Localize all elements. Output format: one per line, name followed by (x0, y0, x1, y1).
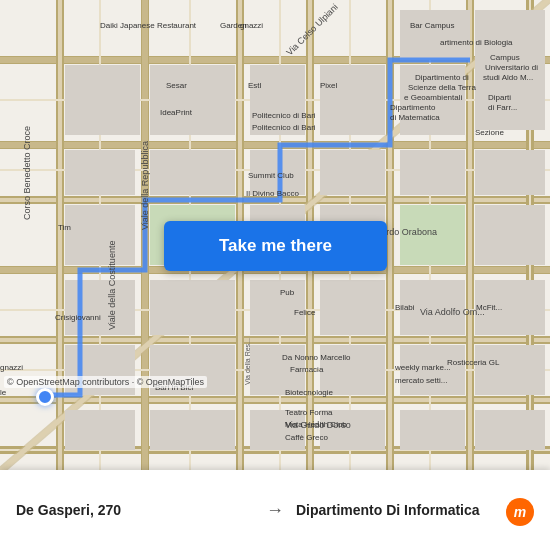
bottom-navigation-bar: De Gasperi, 270 → Dipartimento Di Inform… (0, 470, 550, 550)
svg-text:IdeaPrint: IdeaPrint (160, 108, 193, 117)
svg-text:Viale della Repubblica: Viale della Repubblica (140, 141, 150, 230)
svg-text:Universitario di: Universitario di (485, 63, 538, 72)
svg-rect-74 (400, 410, 465, 450)
svg-text:Da Nonno Marcello: Da Nonno Marcello (282, 353, 351, 362)
svg-rect-71 (150, 410, 235, 450)
svg-text:weekly marke...: weekly marke... (394, 363, 451, 372)
svg-rect-57 (475, 205, 545, 265)
from-section: De Gasperi, 270 (16, 502, 254, 518)
to-label: Dipartimento Di Informatica (296, 502, 534, 518)
svg-text:Sezione: Sezione (475, 128, 504, 137)
svg-rect-40 (150, 65, 235, 135)
svg-text:Estl: Estl (248, 81, 262, 90)
svg-text:Felice: Felice (294, 308, 316, 317)
svg-text:McFit...: McFit... (476, 303, 502, 312)
moovit-logo (506, 498, 534, 526)
svg-text:Farmacia: Farmacia (290, 365, 324, 374)
svg-text:Teatro Forma: Teatro Forma (285, 408, 333, 417)
svg-text:Viale della Costituente: Viale della Costituente (107, 241, 117, 330)
svg-text:di Matematica: di Matematica (390, 113, 440, 122)
svg-text:Summit Club: Summit Club (248, 171, 294, 180)
svg-text:Diparti: Diparti (488, 93, 511, 102)
svg-rect-46 (65, 150, 135, 195)
route-arrow: → (254, 500, 296, 521)
svg-text:artimento di Biologia: artimento di Biologia (440, 38, 513, 47)
from-label: De Gasperi, 270 (16, 502, 254, 518)
svg-text:Dipartimento di: Dipartimento di (415, 73, 469, 82)
svg-rect-61 (320, 280, 385, 335)
current-location-dot (36, 388, 54, 406)
svg-text:Politecnico di Bari: Politecnico di Bari (252, 111, 316, 120)
svg-text:Meta Health Club: Meta Health Club (285, 420, 347, 429)
svg-text:Tim: Tim (58, 223, 71, 232)
svg-text:Caffè Greco: Caffè Greco (285, 433, 329, 442)
svg-text:Pixel: Pixel (320, 81, 338, 90)
svg-text:Dipartimento: Dipartimento (390, 103, 436, 112)
svg-text:Bar Campus: Bar Campus (410, 21, 454, 30)
svg-text:Biotecnologie: Biotecnologie (285, 388, 334, 397)
svg-text:le: le (0, 388, 7, 397)
svg-rect-39 (65, 65, 140, 135)
svg-rect-69 (475, 345, 545, 395)
svg-text:Bilabi: Bilabi (395, 303, 415, 312)
map-container[interactable]: Via Celso Ulpiani Corso Benedetto Croce … (0, 0, 550, 470)
svg-rect-70 (65, 410, 135, 450)
to-section: Dipartimento Di Informatica (296, 502, 534, 518)
svg-text:Campus: Campus (490, 53, 520, 62)
svg-text:Rosticceria GL: Rosticceria GL (447, 358, 500, 367)
svg-rect-42 (320, 65, 385, 135)
svg-text:Daiki Japanese Restaurant: Daiki Japanese Restaurant (100, 21, 197, 30)
moovit-icon (506, 498, 534, 526)
svg-text:studi Aldo M...: studi Aldo M... (483, 73, 533, 82)
svg-rect-58 (65, 280, 135, 335)
svg-rect-49 (320, 150, 385, 195)
svg-text:di Farr...: di Farr... (488, 103, 517, 112)
svg-rect-43 (400, 10, 470, 60)
take-me-there-button[interactable]: Take me there (164, 221, 387, 271)
svg-text:Il Divino Bacco: Il Divino Bacco (246, 189, 299, 198)
svg-text:Scienze della Terra: Scienze della Terra (408, 83, 476, 92)
app-container: Via Celso Ulpiani Corso Benedetto Croce … (0, 0, 550, 550)
svg-text:gnazzi: gnazzi (240, 21, 263, 30)
svg-rect-54 (65, 205, 135, 265)
svg-text:gnazzi: gnazzi (0, 363, 23, 372)
svg-rect-59 (150, 280, 235, 335)
svg-rect-51 (475, 150, 545, 195)
svg-text:Via della Res...: Via della Res... (244, 338, 251, 385)
svg-rect-47 (150, 150, 235, 195)
svg-rect-50 (400, 150, 465, 195)
map-attribution: © OpenStreetMap contributors · © OpenMap… (4, 376, 207, 388)
svg-text:Pub: Pub (280, 288, 295, 297)
svg-text:Sesar: Sesar (166, 81, 187, 90)
svg-text:Politecnico di Bari: Politecnico di Bari (252, 123, 316, 132)
svg-text:Crisigiovanni: Crisigiovanni (55, 313, 101, 322)
svg-rect-75 (475, 410, 545, 450)
svg-text:Corso Benedetto Croce: Corso Benedetto Croce (22, 126, 32, 220)
svg-text:mercato setti...: mercato setti... (395, 376, 447, 385)
svg-text:e Geoambientali: e Geoambientali (404, 93, 462, 102)
